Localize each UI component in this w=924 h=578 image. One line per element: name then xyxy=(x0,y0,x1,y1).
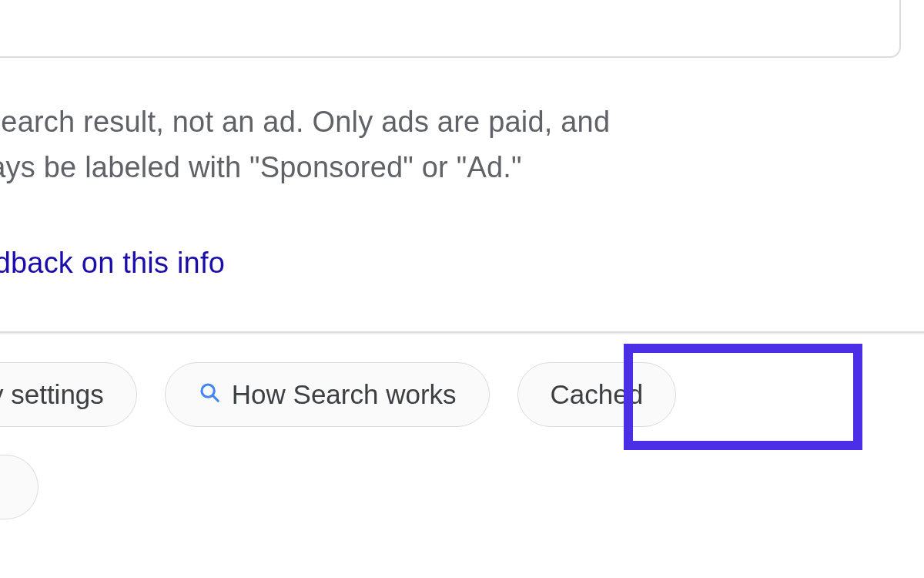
info-line-1: a search result, not an ad. Only ads are… xyxy=(0,100,886,144)
partial-chip[interactable] xyxy=(0,455,38,519)
how-search-works-chip[interactable]: How Search works xyxy=(165,362,490,427)
how-search-works-label: How Search works xyxy=(232,379,457,410)
svg-line-1 xyxy=(213,395,218,401)
action-chip-row: acy settings How Search works Cached xyxy=(0,362,676,427)
privacy-settings-chip[interactable]: acy settings xyxy=(0,362,137,427)
cached-chip[interactable]: Cached xyxy=(517,362,677,427)
feedback-label: eedback on this info xyxy=(0,247,225,279)
section-divider xyxy=(0,330,924,334)
info-line-2: lways be labeled with "Sponsored" or "Ad… xyxy=(0,146,886,190)
cached-label: Cached xyxy=(551,379,644,410)
result-info-panel xyxy=(0,0,901,58)
send-feedback-link[interactable]: eedback on this info xyxy=(0,247,225,280)
privacy-settings-label: acy settings xyxy=(0,379,104,410)
search-icon xyxy=(198,379,221,410)
info-description: a search result, not an ad. Only ads are… xyxy=(0,100,886,190)
